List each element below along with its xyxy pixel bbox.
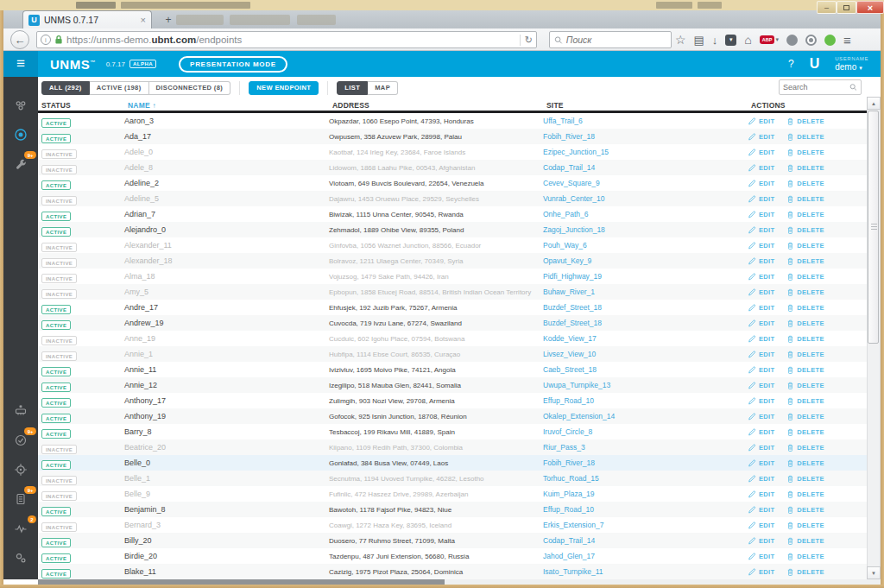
delete-button[interactable]: DELETE: [786, 412, 824, 421]
edit-button[interactable]: EDIT: [748, 552, 774, 561]
edit-button[interactable]: EDIT: [748, 163, 774, 173]
edit-button[interactable]: EDIT: [748, 256, 774, 266]
delete-button[interactable]: DELETE: [786, 427, 824, 437]
extension-status-icon[interactable]: [824, 35, 836, 46]
filter-disconnected-button[interactable]: DISCONNECTED (8): [149, 81, 231, 95]
delete-button[interactable]: DELETE: [786, 567, 824, 577]
edit-button[interactable]: EDIT: [748, 303, 774, 313]
edit-button[interactable]: EDIT: [748, 288, 774, 297]
edit-button[interactable]: EDIT: [748, 458, 774, 468]
site-link[interactable]: Fobih_River_18: [543, 132, 595, 141]
delete-button[interactable]: DELETE: [786, 179, 824, 188]
delete-button[interactable]: DELETE: [786, 148, 824, 157]
sidebar-toggle-button[interactable]: ≡: [3, 51, 38, 77]
adblock-icon[interactable]: ABP▾: [760, 35, 779, 44]
page-info-icon[interactable]: i: [41, 35, 51, 45]
view-map-button[interactable]: MAP: [368, 81, 398, 95]
delete-button[interactable]: DELETE: [786, 194, 824, 204]
table-row[interactable]: INACTIVE Belle_1 Secnutma, 1194 Uvoved T…: [38, 471, 867, 486]
table-row[interactable]: INACTIVE Alma_18 Vojuzsog, 1479 Sake Pat…: [38, 269, 867, 284]
edit-button[interactable]: EDIT: [748, 427, 774, 437]
delete-button[interactable]: DELETE: [786, 117, 824, 126]
edit-button[interactable]: EDIT: [748, 148, 774, 157]
site-link[interactable]: Uffa_Trail_6: [543, 117, 583, 125]
edit-button[interactable]: EDIT: [748, 319, 774, 328]
browser-tab[interactable]: U UNMS 0.7.17 ×: [22, 10, 152, 28]
table-row[interactable]: ACTIVE Adeline_2 Viotoam, 649 Buvcis Bou…: [38, 175, 867, 191]
site-link[interactable]: Isato_Turnpike_11: [543, 567, 603, 576]
table-row[interactable]: INACTIVE Belle_9 Fufinlic, 472 Haszez Dr…: [38, 486, 867, 502]
edit-button[interactable]: EDIT: [748, 490, 774, 499]
delete-button[interactable]: DELETE: [786, 210, 824, 219]
delete-button[interactable]: DELETE: [786, 443, 824, 452]
edit-button[interactable]: EDIT: [748, 443, 774, 452]
sidebar-item-endpoints[interactable]: [3, 123, 38, 146]
sidebar-item-outages[interactable]: 2: [3, 517, 38, 540]
table-row[interactable]: INACTIVE Adele_0 Kaotbaf, 124 Irleg Key,…: [38, 144, 867, 160]
table-row[interactable]: ACTIVE Billy_20 Duosero, 77 Ruhmo Street…: [38, 533, 867, 548]
table-search-input[interactable]: [783, 83, 849, 92]
site-link[interactable]: Buzdef_Street_18: [543, 319, 602, 327]
table-row[interactable]: ACTIVE Birdie_20 Tazdenpu, 487 Juni Exte…: [38, 548, 867, 564]
delete-button[interactable]: DELETE: [786, 536, 824, 546]
site-link[interactable]: Buzdef_Street_18: [543, 303, 602, 312]
new-tab-button[interactable]: +: [159, 14, 178, 26]
site-link[interactable]: Okalep_Extension_14: [543, 412, 615, 420]
table-row[interactable]: ACTIVE Ada_17 Owpusem, 358 Azuvew Park, …: [38, 129, 867, 144]
table-row[interactable]: ACTIVE Andre_17 Ehfusjek, 192 Juzib Park…: [38, 300, 867, 315]
delete-button[interactable]: DELETE: [786, 272, 824, 281]
extension-icon[interactable]: [786, 35, 798, 46]
bookmark-star-icon[interactable]: ☆: [675, 33, 686, 47]
edit-button[interactable]: EDIT: [748, 117, 774, 126]
table-row[interactable]: ACTIVE Annie_12 Izegilipo, 518 Mauba Gle…: [38, 377, 867, 393]
edit-button[interactable]: EDIT: [748, 505, 774, 515]
edit-button[interactable]: EDIT: [748, 350, 774, 359]
site-link[interactable]: Codap_Trail_14: [543, 536, 595, 545]
sidebar-item-firmware[interactable]: [3, 400, 38, 422]
site-link[interactable]: Effup_Road_10: [543, 396, 594, 405]
delete-button[interactable]: DELETE: [786, 365, 824, 375]
edit-button[interactable]: EDIT: [748, 241, 774, 250]
site-link[interactable]: Effup_Road_10: [543, 505, 594, 514]
table-row[interactable]: ACTIVE Barry_8 Tesbaccoj, 199 Rikavu Mil…: [38, 424, 867, 439]
filter-active-button[interactable]: ACTIVE (198): [90, 81, 149, 95]
site-link[interactable]: Torhuc_Road_15: [543, 474, 599, 483]
help-button[interactable]: ?: [788, 58, 794, 70]
table-row[interactable]: ACTIVE Adrian_7 Biwizak, 1115 Unna Cente…: [38, 206, 867, 222]
site-link[interactable]: Erkis_Extension_7: [543, 521, 603, 529]
table-row[interactable]: ACTIVE Belle_0 Gonlafad, 384 Busa View, …: [38, 455, 867, 471]
edit-button[interactable]: EDIT: [748, 412, 774, 421]
site-link[interactable]: Ezipec_Junction_15: [543, 148, 609, 156]
site-link[interactable]: Livsez_View_10: [543, 350, 596, 358]
table-row[interactable]: ACTIVE Benjamin_8 Bawotoh, 1178 Fajsof P…: [38, 502, 867, 517]
edit-button[interactable]: EDIT: [748, 567, 774, 577]
table-row[interactable]: ACTIVE Blake_11 Cazizig, 1975 Pizot Plaz…: [38, 564, 867, 579]
table-row[interactable]: ACTIVE Alejandro_0 Zehmadol, 1889 Ohibe …: [38, 222, 867, 237]
edit-button[interactable]: EDIT: [748, 536, 774, 546]
view-list-button[interactable]: LIST: [337, 81, 368, 95]
delete-button[interactable]: DELETE: [786, 256, 824, 266]
table-row[interactable]: INACTIVE Adele_8 Lidowom, 1868 Laahu Pik…: [38, 160, 867, 175]
back-button[interactable]: ←: [10, 30, 29, 49]
downloads-icon[interactable]: ↓: [712, 34, 718, 47]
close-button[interactable]: ×: [856, 1, 884, 14]
site-link[interactable]: Zagoj_Junction_18: [543, 225, 605, 234]
edit-button[interactable]: EDIT: [748, 334, 774, 344]
site-link[interactable]: Onhe_Path_6: [543, 210, 588, 218]
delete-button[interactable]: DELETE: [786, 474, 824, 484]
site-link[interactable]: Cevev_Square_9: [543, 179, 600, 187]
edit-button[interactable]: EDIT: [748, 396, 774, 406]
site-link[interactable]: Kodde_View_17: [543, 334, 597, 343]
sidebar-item-devices[interactable]: 9+: [3, 153, 38, 175]
scroll-up-arrow[interactable]: ▲: [867, 97, 881, 110]
site-link[interactable]: Fobih_River_18: [543, 458, 595, 467]
site-link[interactable]: Iruvof_Circle_8: [543, 427, 592, 436]
delete-button[interactable]: DELETE: [786, 334, 824, 344]
url-bar[interactable]: i https://unms-demo.ubnt.com/endpoints ↻: [36, 31, 537, 48]
sidebar-item-settings[interactable]: [3, 547, 38, 569]
edit-button[interactable]: EDIT: [748, 365, 774, 375]
extension-icon[interactable]: [805, 35, 817, 46]
table-row[interactable]: INACTIVE Amy_5 Epbopun, 1858 Etucej Road…: [38, 284, 867, 300]
delete-button[interactable]: DELETE: [786, 458, 824, 468]
site-link[interactable]: Opavut_Key_9: [543, 256, 591, 265]
